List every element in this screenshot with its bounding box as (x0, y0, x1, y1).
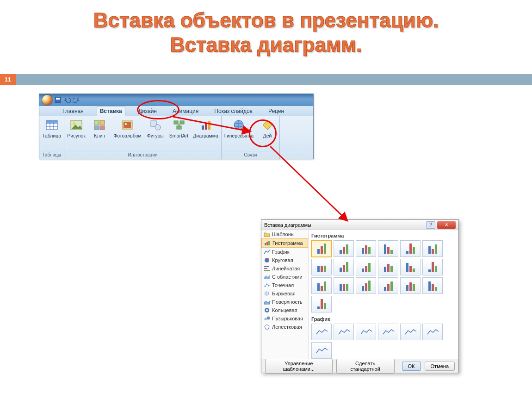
nav-item-Шаблоны[interactable]: Шаблоны (261, 230, 308, 238)
nav-label: Круговая (272, 257, 293, 263)
svg-rect-1 (56, 98, 60, 100)
save-icon[interactable] (54, 96, 62, 104)
svg-point-18 (155, 125, 161, 130)
nav-item-Пузырьковая[interactable]: Пузырьковая (261, 314, 308, 323)
cancel-button[interactable]: Отмена (425, 362, 455, 371)
action-button-label: Дей (263, 133, 272, 138)
chart-icon (199, 118, 213, 132)
office-button[interactable] (42, 95, 52, 105)
nav-item-Гистограмма[interactable]: Гистограмма (261, 238, 308, 248)
chart-thumb[interactable] (378, 259, 398, 275)
clip-icon (93, 118, 106, 132)
set-default-button[interactable]: Сделать стандартной (336, 359, 395, 374)
tab-рецен[interactable]: Рецен (266, 106, 287, 116)
tab-вставка[interactable]: Вставка (97, 106, 125, 116)
nav-item-Линейчатая[interactable]: Линейчатая (261, 264, 308, 273)
chart-thumb[interactable] (400, 240, 421, 257)
undo-icon[interactable] (63, 96, 71, 104)
redo-icon[interactable] (73, 96, 80, 104)
chart-thumb[interactable] (356, 324, 376, 340)
chart-thumb[interactable] (311, 240, 332, 257)
picture-icon (69, 118, 83, 132)
chart-thumb[interactable] (378, 324, 398, 340)
slide-title: Вставка объектов в презентацию. Вставка … (0, 0, 532, 57)
nav-item-График[interactable]: График (261, 248, 308, 256)
manage-templates-button[interactable]: Управление шаблонами... (265, 359, 333, 374)
chart-thumb[interactable] (400, 324, 421, 340)
clip-button-label: Клип (94, 133, 105, 138)
svg-rect-11 (100, 120, 105, 125)
folder-icon (264, 231, 270, 237)
nav-item-Поверхность[interactable]: Поверхность (261, 298, 308, 306)
dialog-help-button[interactable]: ? (426, 221, 435, 229)
pie-icon (264, 257, 270, 263)
tab-анимация[interactable]: Анимация (170, 106, 201, 116)
shapes-icon (148, 118, 162, 132)
svg-rect-34 (264, 270, 270, 271)
chart-thumb[interactable] (311, 259, 332, 275)
hyperlink-button[interactable]: Гиперссылка (224, 118, 254, 151)
page-number-badge: 11 (0, 74, 16, 85)
chart-thumb[interactable] (422, 277, 443, 294)
nav-label: Пузырьковая (272, 316, 303, 321)
nav-item-С областями[interactable]: С областями (261, 273, 308, 281)
chart-thumb[interactable] (334, 277, 354, 294)
group-label: Иллюстрации (67, 151, 218, 159)
tab-показ слайдов[interactable]: Показ слайдов (211, 106, 255, 116)
ok-button[interactable]: ОК (402, 362, 421, 371)
svg-rect-24 (208, 121, 210, 130)
svg-rect-12 (94, 126, 99, 130)
svg-rect-28 (265, 243, 266, 245)
nav-item-Биржевая[interactable]: Биржевая (261, 289, 308, 298)
ribbon-body: ТаблицаТаблицыРисунокКлипФотоальбомФигур… (39, 116, 313, 159)
tab-дизайн[interactable]: Дизайн (136, 106, 160, 116)
chart-thumb[interactable] (378, 277, 398, 294)
shapes-button-label: Фигуры (147, 133, 164, 138)
photoalbum-button[interactable]: Фотоальбом (113, 118, 142, 151)
chart-thumb[interactable] (334, 240, 354, 257)
window-titlebar (39, 94, 313, 106)
nav-item-Точечная[interactable]: Точечная (261, 281, 308, 289)
nav-label: Поверхность (272, 299, 303, 305)
nav-item-Лепестковая[interactable]: Лепестковая (261, 323, 308, 331)
shapes-button[interactable]: Фигуры (146, 118, 165, 151)
chart-thumb[interactable] (311, 342, 332, 359)
nav-label: График (272, 249, 290, 255)
chart-button[interactable]: Диаграмма (193, 118, 218, 151)
svg-rect-33 (264, 268, 267, 269)
chart-thumb[interactable] (311, 296, 332, 312)
tab-главная[interactable]: Главная (60, 106, 87, 116)
chart-thumb[interactable] (378, 240, 398, 257)
svg-rect-7 (46, 120, 57, 123)
chart-thumb[interactable] (356, 277, 376, 294)
chart-thumb[interactable] (356, 240, 376, 257)
chart-thumb[interactable] (422, 324, 443, 340)
table-button[interactable]: Таблица (42, 118, 61, 151)
nav-item-Кольцевая[interactable]: Кольцевая (261, 306, 308, 314)
action-button[interactable]: Дей (258, 118, 277, 151)
smartart-button[interactable]: SmartArt (169, 118, 188, 151)
picture-button[interactable]: Рисунок (67, 118, 86, 151)
chart-thumb[interactable] (311, 277, 332, 294)
chart-thumb[interactable] (400, 277, 421, 294)
chart-thumb[interactable] (334, 259, 354, 275)
chart-thumb[interactable] (334, 324, 354, 340)
svg-rect-20 (180, 121, 184, 124)
chart-thumb[interactable] (356, 259, 376, 275)
svg-point-37 (268, 285, 270, 287)
dialog-titlebar: Вставка диаграммы ? ✕ (261, 220, 458, 230)
nav-item-Круговая[interactable]: Круговая (261, 256, 308, 264)
chart-thumb[interactable] (400, 259, 421, 275)
table-button-label: Таблица (42, 133, 61, 138)
svg-point-42 (266, 309, 268, 311)
nav-label: Точечная (272, 282, 294, 288)
dialog-close-button[interactable]: ✕ (437, 221, 456, 229)
clip-button[interactable]: Клип (90, 118, 109, 151)
chart-thumb[interactable] (311, 324, 332, 340)
table-icon (45, 118, 59, 132)
svg-rect-19 (174, 121, 178, 124)
svg-marker-45 (265, 325, 269, 329)
chart-thumb[interactable] (422, 259, 443, 275)
chart-thumb[interactable] (422, 240, 443, 257)
svg-rect-10 (94, 120, 99, 125)
